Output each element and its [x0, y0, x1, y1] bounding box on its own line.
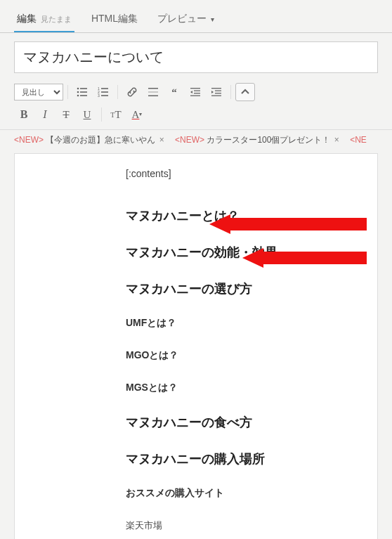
tab-edit-label: 編集	[17, 13, 37, 24]
tab-preview-label: プレビュー	[157, 13, 207, 24]
svg-rect-16	[194, 91, 200, 91]
annotation-arrow	[230, 217, 367, 231]
editor-tabs: 編集 見たまま HTML編集 プレビュー ▾	[0, 0, 392, 33]
read-more-button[interactable]	[143, 83, 163, 101]
heading-2: マヌカハニーの選び方	[126, 280, 363, 297]
tag-new-badge: <NE	[350, 135, 367, 145]
svg-rect-7	[101, 88, 108, 89]
svg-text:3: 3	[98, 93, 100, 98]
italic-button[interactable]: I	[35, 105, 55, 124]
heading-3: MGSとは？	[126, 382, 363, 394]
heading-3: UMFとは？	[126, 317, 363, 330]
svg-rect-5	[80, 95, 87, 96]
heading-3: おススメの購入サイト	[126, 487, 363, 500]
svg-rect-3	[80, 91, 87, 93]
tab-edit[interactable]: 編集 見たまま	[14, 7, 74, 32]
separator	[101, 108, 102, 122]
heading-2: マヌカハニーの購入場所	[126, 450, 363, 467]
svg-point-0	[77, 88, 79, 90]
collapse-toolbar-button[interactable]	[235, 83, 255, 101]
heading-select[interactable]: 見出し	[14, 84, 63, 100]
outdent-button[interactable]	[185, 83, 205, 101]
svg-rect-17	[194, 93, 200, 93]
toolbar: 見出し 123 “ B I T U T	[0, 82, 392, 130]
tab-edit-sub: 見たまま	[41, 15, 72, 23]
font-color-button[interactable]: A▾	[127, 105, 147, 124]
tab-html[interactable]: HTML編集	[89, 7, 141, 32]
svg-rect-11	[101, 95, 108, 96]
bold-button[interactable]: B	[14, 105, 34, 124]
tab-preview[interactable]: プレビュー ▾	[155, 7, 217, 32]
chevron-down-icon: ▾	[211, 15, 214, 23]
underline-button[interactable]: U	[77, 105, 97, 124]
link-button[interactable]	[122, 83, 142, 101]
paragraph: 楽天市場	[126, 519, 363, 532]
svg-rect-15	[190, 88, 200, 89]
tag-row: <NEW> 【今週のお題】急に寒いやん × <NEW> カラースター100個プレ…	[0, 130, 392, 153]
tab-html-label: HTML編集	[91, 13, 138, 24]
editor-wrap: [:contents] マヌカハニーとは？ マヌカハニーの効能・効果 マヌカハニ…	[0, 153, 392, 539]
tag-remove-button[interactable]: ×	[333, 135, 341, 145]
tag-text: カラースター100個プレゼント！	[207, 135, 330, 145]
svg-rect-22	[211, 96, 221, 96]
tag-new-badge: <NEW>	[175, 135, 204, 145]
tag-new-badge: <NEW>	[14, 135, 44, 145]
svg-rect-13	[148, 91, 158, 93]
contents-shortcode: [:contents]	[126, 168, 363, 179]
title-input[interactable]	[14, 41, 378, 73]
toolbar-row-2: B I T U TT A▾	[14, 105, 378, 124]
editor-area[interactable]: [:contents] マヌカハニーとは？ マヌカハニーの効能・効果 マヌカハニ…	[14, 153, 378, 539]
separator	[67, 85, 68, 99]
svg-rect-9	[101, 91, 108, 93]
tag-text: 【今週のお題】急に寒いやん	[46, 135, 155, 145]
strikethrough-button[interactable]: T	[56, 105, 76, 124]
font-size-button[interactable]: TT	[106, 105, 126, 124]
svg-rect-19	[211, 88, 221, 89]
ordered-list-button[interactable]: 123	[93, 83, 113, 101]
heading-3: MGOとは？	[126, 349, 363, 362]
separator	[117, 85, 118, 99]
quote-button[interactable]: “	[164, 83, 184, 101]
tag-item-3[interactable]: <NE	[350, 135, 367, 145]
tag-item-1[interactable]: <NEW> 【今週のお題】急に寒いやん ×	[14, 135, 168, 145]
svg-rect-14	[148, 96, 158, 97]
unordered-list-button[interactable]	[72, 83, 92, 101]
heading-2: マヌカハニーの食べ方	[126, 414, 363, 431]
separator	[230, 85, 231, 99]
svg-rect-12	[148, 88, 158, 89]
indent-button[interactable]	[207, 83, 226, 101]
svg-rect-18	[190, 96, 200, 96]
tag-remove-button[interactable]: ×	[158, 135, 166, 145]
svg-point-4	[77, 95, 79, 97]
tag-item-2[interactable]: <NEW> カラースター100個プレゼント！ ×	[175, 135, 343, 145]
svg-rect-20	[215, 91, 221, 91]
svg-rect-1	[80, 88, 87, 89]
svg-point-2	[77, 91, 79, 93]
annotation-arrow	[263, 251, 367, 265]
toolbar-row-1: 見出し 123 “	[14, 83, 378, 101]
svg-rect-21	[215, 93, 221, 93]
title-wrap	[0, 33, 392, 82]
